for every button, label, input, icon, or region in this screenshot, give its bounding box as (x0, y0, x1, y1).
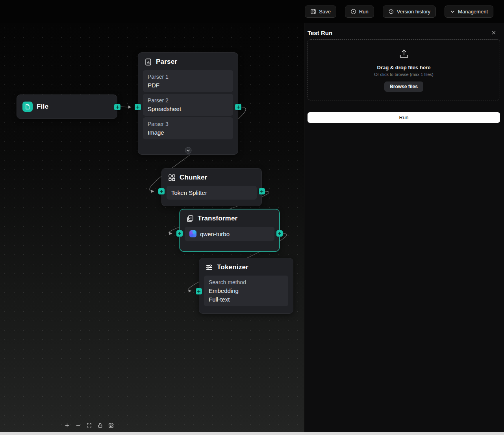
canvas-controls (63, 422, 115, 429)
qwen-model-icon (189, 230, 196, 237)
save-button[interactable]: Save (305, 6, 336, 18)
collapse-chevron-icon[interactable] (185, 147, 192, 154)
play-circle-icon (350, 9, 356, 15)
save-button-label: Save (319, 9, 331, 15)
node-parser-header: Parser (138, 53, 238, 70)
parser-item-label: Parser 1 (148, 74, 228, 80)
node-tokenizer[interactable]: Tokenizer Search method Embedding Full-t… (199, 258, 293, 314)
search-method-value: Full-text (209, 296, 284, 303)
zoom-in-icon[interactable] (63, 422, 70, 429)
transformer-in-plus-handle[interactable] (176, 230, 183, 237)
zoom-out-icon[interactable] (74, 422, 82, 429)
tokenizer-in-plus-handle[interactable] (196, 288, 202, 294)
file-dropzone[interactable]: Drag & drop files here Or click to brows… (308, 39, 500, 100)
parser-item-row[interactable]: Parser 2 Spreadsheet (143, 94, 233, 116)
parser-in-plus-handle[interactable] (135, 104, 141, 110)
parser-out-plus-handle[interactable] (235, 104, 241, 110)
pipeline-canvas[interactable]: File Parser Parser 1 PDF (0, 23, 304, 435)
chunker-method-value: Token Splitter (171, 189, 252, 196)
parser-item-value: Image (148, 129, 228, 136)
node-file-header: File (17, 102, 48, 112)
parser-doc-icon (145, 58, 152, 66)
upload-icon (398, 48, 410, 61)
node-file[interactable]: File (17, 94, 117, 119)
chunker-out-plus-handle[interactable] (259, 188, 265, 194)
dropzone-subtitle: Or click to browse (max 1 files) (374, 72, 433, 77)
node-chunker[interactable]: Chunker Token Splitter (161, 168, 262, 206)
node-transformer-title: Transformer (198, 215, 237, 222)
file-out-plus-handle[interactable] (114, 104, 120, 110)
node-tokenizer-body: Search method Embedding Full-text (199, 276, 293, 310)
node-transformer-body: qwen-turbo (180, 227, 279, 245)
browse-files-button[interactable]: Browse files (384, 81, 423, 92)
node-chunker-title: Chunker (180, 174, 207, 181)
parser-item-label: Parser 2 (148, 97, 228, 104)
version-history-button-label: Version history (397, 9, 430, 15)
file-icon (22, 102, 33, 112)
node-tokenizer-title: Tokenizer (217, 263, 248, 271)
node-transformer[interactable]: Transformer qwen-turbo (180, 209, 280, 252)
node-chunker-header: Chunker (162, 168, 261, 186)
panel-run-button[interactable]: Run (308, 112, 500, 123)
parser-item-row[interactable]: Parser 1 PDF (143, 70, 233, 92)
node-parser[interactable]: Parser Parser 1 PDF Parser 2 Spreadsheet… (138, 52, 238, 155)
management-button[interactable]: Management (445, 6, 493, 18)
panel-title: Test Run (308, 30, 332, 36)
management-button-label: Management (458, 9, 488, 15)
panel-header: Test Run (308, 29, 500, 37)
node-transformer-header: Transformer (180, 209, 279, 227)
node-file-title: File (37, 103, 48, 111)
chunker-grid-icon (168, 174, 176, 181)
transformer-icon (186, 215, 194, 222)
save-icon (310, 9, 316, 15)
model-name: qwen-turbo (200, 231, 230, 237)
fit-view-icon[interactable] (85, 422, 93, 429)
parser-item-label: Parser 3 (148, 121, 228, 127)
node-parser-title: Parser (156, 58, 177, 66)
node-tokenizer-header: Tokenizer (199, 258, 293, 276)
version-history-button[interactable]: Version history (383, 6, 436, 18)
search-method-value: Embedding (209, 287, 284, 294)
chunker-method-row[interactable]: Token Splitter (167, 186, 257, 200)
annotate-icon[interactable] (107, 422, 115, 429)
test-run-panel: Test Run Drag & drop files here Or click… (304, 23, 504, 435)
parser-item-row[interactable]: Parser 3 Image (143, 117, 233, 139)
app-root: Save Run Version history Management (0, 0, 504, 435)
parser-item-value: PDF (148, 82, 228, 89)
bottom-scrollbar (0, 432, 504, 435)
run-button[interactable]: Run (345, 6, 374, 18)
lock-icon[interactable] (96, 422, 104, 429)
node-parser-body: Parser 1 PDF Parser 2 Spreadsheet Parser… (138, 70, 238, 143)
dropzone-title: Drag & drop files here (377, 65, 431, 70)
search-method-label: Search method (209, 279, 284, 285)
close-icon[interactable] (491, 30, 497, 36)
run-button-label: Run (359, 9, 369, 15)
node-chunker-body: Token Splitter (162, 186, 261, 204)
chunker-in-plus-handle[interactable] (158, 188, 165, 194)
history-icon (388, 9, 394, 15)
parser-item-value: Spreadsheet (148, 106, 228, 112)
topbar: Save Run Version history Management (0, 0, 504, 23)
chevron-down-icon (450, 9, 455, 14)
tokenizer-lines-icon (206, 264, 213, 271)
search-method-row[interactable]: Search method Embedding Full-text (204, 276, 288, 306)
transformer-out-plus-handle[interactable] (276, 230, 283, 237)
model-row[interactable]: qwen-turbo (185, 227, 274, 241)
